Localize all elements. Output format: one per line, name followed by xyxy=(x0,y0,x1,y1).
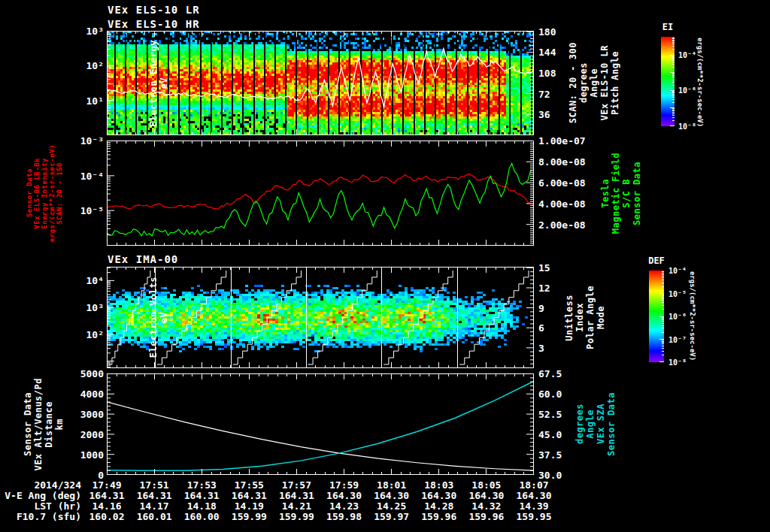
ei-colorbar-title: EI xyxy=(662,22,673,32)
tick-label: 1000 xyxy=(80,449,104,461)
tick-label: 3000 xyxy=(80,409,104,420)
tick-label: 10³ xyxy=(86,302,104,313)
axis-label: Energy Intensity xyxy=(41,158,48,229)
time-label: 18:01 xyxy=(377,479,406,491)
tick-label: 10⁻⁴ xyxy=(678,50,696,59)
units-label: ergs/(cm**2-sr-sec-eV) xyxy=(696,38,704,127)
tick-label: 3 xyxy=(538,343,544,354)
axis-label: degrees xyxy=(574,404,585,444)
table-value: 164.31 xyxy=(137,490,172,501)
time-label: 17:59 xyxy=(329,479,359,491)
axis-label: SCAN: 20 - 300 xyxy=(568,42,578,123)
table-value: 14.21 xyxy=(282,500,311,512)
ima-spectrogram-canvas xyxy=(107,267,534,368)
time-label: 18:07 xyxy=(519,479,548,491)
tick-label: 10⁻⁵ xyxy=(668,289,687,298)
table-value: 14.19 xyxy=(235,500,264,512)
axis-label: VEx ELS-10 LR xyxy=(599,45,610,120)
table-value: 14.32 xyxy=(471,500,501,512)
tick-label: 6.00e-08 xyxy=(538,177,586,189)
tick-label: 10⁻⁷ xyxy=(668,335,687,343)
tick-label: 12 xyxy=(538,282,550,293)
axis-label: Mode xyxy=(596,306,606,329)
table-value: 164.30 xyxy=(517,490,552,501)
tick-label: 60.0 xyxy=(538,388,562,400)
tick-label: 10⁻⁸ xyxy=(678,122,696,131)
panel3-y-axis-label: Electron Volts eV xyxy=(148,267,169,368)
date-label: 2014/324 xyxy=(34,479,81,491)
tick-label: 67.5 xyxy=(538,368,562,379)
table-value: 164.30 xyxy=(374,490,409,501)
science-plot-screen: VEx ELS-10 LR VEx ELS-10 HR VEx IMA-00 E… xyxy=(0,0,770,532)
intensity-bfield-canvas xyxy=(107,141,534,246)
table-value: 14.16 xyxy=(92,500,121,512)
table-value: 159.99 xyxy=(279,511,314,522)
time-label: 17:55 xyxy=(235,479,264,491)
tick-label: 180 xyxy=(538,26,556,37)
table-value: 159.95 xyxy=(517,511,552,522)
tick-label: 10⁻⁸ xyxy=(668,358,687,367)
axis-label: Angle xyxy=(585,410,596,439)
axis-label: Distance xyxy=(44,401,54,448)
time-label: 18:03 xyxy=(424,479,453,491)
panel3-title: VEx IMA-00 xyxy=(108,253,178,265)
tick-label: 10⁻⁶ xyxy=(668,313,687,321)
tick-label: 2.00e-08 xyxy=(538,219,586,231)
table-value: 164.31 xyxy=(232,490,267,501)
panel1-title-line2: VEx ELS-10 HR xyxy=(108,18,200,30)
axis-label: Sensor Data xyxy=(606,392,617,456)
panel2-right-axis-label: Tesla Magnetic Field S/C B Sensor Data xyxy=(600,141,642,246)
tick-label: 2000 xyxy=(80,429,104,440)
table-value: 159.98 xyxy=(326,511,362,522)
tick-label: 9 xyxy=(538,302,544,313)
ei-colorbar-units: ergs/(cm**2-sr-sec-eV) xyxy=(696,34,704,131)
alt-sza-canvas xyxy=(107,373,534,475)
axis-label: Sensor Data xyxy=(632,162,642,225)
axis-label: VEx SZA xyxy=(596,404,606,444)
table-value: 14.28 xyxy=(424,500,453,512)
tick-label: 4.00e-08 xyxy=(538,198,586,210)
tick-label: 10² xyxy=(86,60,104,71)
axis-label: degrees xyxy=(578,62,589,103)
units-label: ergs/(cm**2-sr-sec-eV) xyxy=(689,271,696,361)
axis-label: ergs/(cm**2-sr-sec-eV) xyxy=(48,144,56,242)
tick-label: 10⁻⁴ xyxy=(668,267,687,275)
table-value: 164.31 xyxy=(89,490,125,501)
tick-label: 10⁻³ xyxy=(80,135,104,147)
table-row-label: LST (hr) xyxy=(34,500,81,512)
tick-label: 108 xyxy=(538,68,556,79)
axis-label: Pitch Angle xyxy=(610,51,620,115)
table-value: 159.99 xyxy=(232,511,267,522)
tick-label: 52.5 xyxy=(538,409,562,420)
table-value: 164.30 xyxy=(468,490,504,501)
def-colorbar xyxy=(649,271,664,362)
panel1-title-line1: VEx ELS-10 LR xyxy=(108,4,200,16)
axis-label: eV xyxy=(159,77,169,89)
time-label: 17:53 xyxy=(187,479,217,491)
tick-label: 36 xyxy=(538,109,550,120)
table-value: 14.17 xyxy=(140,500,169,512)
table-value: 14.23 xyxy=(329,500,359,512)
panel4-y-axis-label: Sensor Data VEx Alt/Venus/Pd Distance km xyxy=(23,373,65,475)
tick-label: 10⁻⁶ xyxy=(678,86,696,95)
table-value: 160.02 xyxy=(89,511,125,522)
axis-label: Sensor Data xyxy=(26,168,33,217)
axis-label: Index xyxy=(574,303,585,332)
tick-label: 10² xyxy=(86,329,104,340)
table-row-label: F10.7 (sfu) xyxy=(17,511,81,522)
tick-label: 8.00e-08 xyxy=(538,156,586,168)
tick-label: 5000 xyxy=(80,368,104,379)
table-value: 164.30 xyxy=(326,490,362,501)
axis-label: VEx Alt/Venus/Pd xyxy=(33,378,44,471)
axis-label: Tesla xyxy=(600,179,611,208)
tick-label: 4000 xyxy=(80,388,104,400)
table-value: 160.01 xyxy=(137,511,172,522)
table-row-label: V-E Ang (deg) xyxy=(5,490,81,501)
table-value: 159.97 xyxy=(374,511,409,522)
ei-colorbar xyxy=(661,37,675,126)
time-label: 17:51 xyxy=(140,479,169,491)
tick-label: 45.0 xyxy=(538,429,562,440)
tick-label: 72 xyxy=(538,88,550,99)
table-value: 14.18 xyxy=(187,500,217,512)
axis-label: Unitless xyxy=(564,295,574,341)
